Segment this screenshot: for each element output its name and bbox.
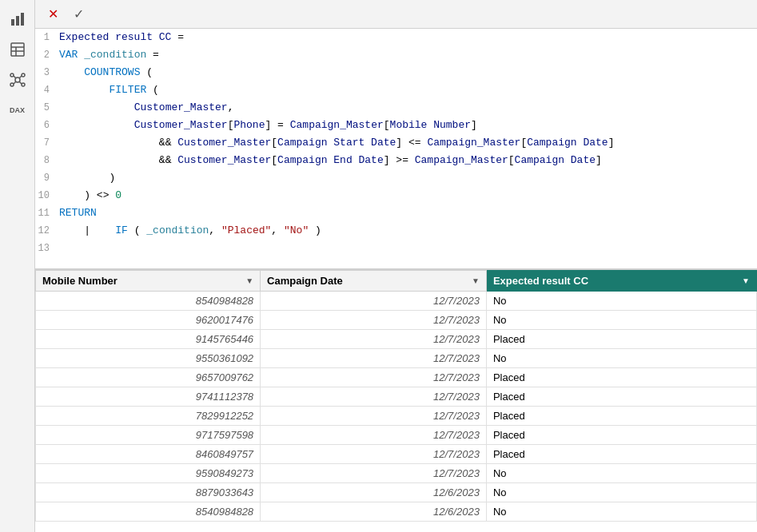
- toolbar: ✕ ✓: [35, 0, 757, 29]
- svg-point-9: [22, 73, 25, 77]
- table-icon[interactable]: [5, 37, 30, 62]
- dax-icon[interactable]: DAX: [5, 97, 30, 123]
- date-cell: 12/7/2023: [261, 426, 487, 445]
- svg-rect-3: [11, 43, 24, 56]
- mobile-cell: 9590849273: [36, 464, 261, 483]
- table-row: 854098482812/6/2023No: [36, 502, 757, 522]
- code-line-6: 6 Customer_Master[Phone] = Campaign_Mast…: [35, 117, 757, 134]
- col-header-result[interactable]: Expected result CC ▼: [486, 271, 756, 292]
- table-row: 846084975712/7/2023Placed: [36, 445, 757, 464]
- result-cell: Placed: [486, 426, 756, 445]
- date-filter-icon[interactable]: ▼: [472, 276, 480, 285]
- result-cell: Placed: [486, 445, 756, 464]
- mobile-cell: 7829912252: [36, 407, 261, 426]
- mobile-cell: 9620017476: [36, 311, 261, 330]
- svg-rect-2: [21, 13, 24, 26]
- table-row: 971759759812/7/2023Placed: [36, 426, 757, 445]
- mobile-cell: 8540984828: [36, 292, 261, 311]
- result-cell: Placed: [486, 368, 756, 387]
- mobile-filter-icon[interactable]: ▼: [245, 276, 253, 285]
- code-line-12: 12 | IF ( _condition, "Placed", "No" ): [35, 222, 757, 240]
- mobile-cell: 8879033643: [36, 483, 261, 502]
- result-cell: No: [486, 502, 756, 522]
- code-line-10: 10 ) <> 0: [35, 187, 757, 204]
- code-editor[interactable]: 1 Expected result CC = 2 VAR _condition …: [35, 29, 757, 268]
- code-line-13: 13: [35, 240, 757, 257]
- svg-line-12: [14, 76, 16, 78]
- data-table-section: Mobile Number ▼ Campaign Date ▼ Expected…: [35, 268, 757, 532]
- code-line-4: 4 FILTER (: [35, 81, 757, 99]
- code-line-2: 2 VAR _condition =: [35, 46, 757, 64]
- date-cell: 12/7/2023: [261, 311, 487, 330]
- col-header-mobile[interactable]: Mobile Number ▼: [36, 271, 261, 292]
- table-row: 914576544612/7/2023Placed: [36, 330, 757, 349]
- table-row: 962001747612/7/2023No: [36, 311, 757, 330]
- model-icon[interactable]: [5, 67, 30, 93]
- col-header-date[interactable]: Campaign Date ▼: [261, 271, 487, 292]
- table-row: 965700976212/7/2023Placed: [36, 368, 757, 387]
- table-row: 887903364312/6/2023No: [36, 483, 757, 502]
- svg-line-13: [19, 76, 22, 78]
- code-line-8: 8 && Customer_Master[Campaign End Date] …: [35, 152, 757, 169]
- code-line-3: 3 COUNTROWS (: [35, 64, 757, 81]
- result-cell: Placed: [486, 330, 756, 349]
- table-row: 959084927312/7/2023No: [36, 464, 757, 483]
- code-line-11: 11 RETURN: [35, 204, 757, 222]
- date-cell: 12/7/2023: [261, 464, 487, 483]
- date-cell: 12/7/2023: [261, 407, 487, 426]
- code-line-7: 7 && Customer_Master[Campaign Start Date…: [35, 134, 757, 152]
- result-cell: No: [486, 483, 756, 502]
- svg-rect-1: [16, 16, 19, 26]
- mobile-cell: 9717597598: [36, 426, 261, 445]
- confirm-button[interactable]: ✓: [67, 3, 90, 26]
- date-cell: 12/7/2023: [261, 292, 487, 311]
- result-filter-icon[interactable]: ▼: [742, 276, 750, 285]
- date-cell: 12/7/2023: [261, 445, 487, 464]
- code-line-9: 9 ): [35, 169, 757, 187]
- sidebar: DAX: [0, 0, 35, 532]
- svg-point-8: [10, 73, 14, 77]
- result-cell: Placed: [486, 387, 756, 407]
- mobile-cell: 8540984828: [36, 502, 261, 522]
- data-table: Mobile Number ▼ Campaign Date ▼ Expected…: [35, 270, 757, 522]
- svg-rect-0: [11, 19, 14, 26]
- result-cell: No: [486, 464, 756, 483]
- table-row: 955036109212/7/2023No: [36, 349, 757, 368]
- code-line-5: 5 Customer_Master,: [35, 99, 757, 117]
- mobile-cell: 8460849757: [36, 445, 261, 464]
- mobile-cell: 9145765446: [36, 330, 261, 349]
- table-body: 854098482812/7/2023No962001747612/7/2023…: [36, 292, 757, 522]
- main-content: ✕ ✓ 1 Expected result CC = 2 VAR _condit…: [35, 0, 757, 532]
- bar-chart-icon[interactable]: [5, 6, 30, 32]
- date-cell: 12/7/2023: [261, 330, 487, 349]
- result-cell: No: [486, 349, 756, 368]
- date-cell: 12/6/2023: [261, 502, 487, 522]
- table-row: 974111237812/7/2023Placed: [36, 387, 757, 407]
- table-header-row: Mobile Number ▼ Campaign Date ▼ Expected…: [36, 271, 757, 292]
- mobile-cell: 9550361092: [36, 349, 261, 368]
- svg-line-14: [14, 81, 16, 84]
- table-row: 782991225212/7/2023Placed: [36, 407, 757, 426]
- date-cell: 12/7/2023: [261, 387, 487, 407]
- code-line-1: 1 Expected result CC =: [35, 29, 757, 46]
- cancel-button[interactable]: ✕: [42, 3, 64, 26]
- mobile-cell: 9741112378: [36, 387, 261, 407]
- date-cell: 12/7/2023: [261, 368, 487, 387]
- result-cell: No: [486, 292, 756, 311]
- svg-point-11: [22, 83, 25, 86]
- svg-line-15: [19, 81, 22, 84]
- table-row: 854098482812/7/2023No: [36, 292, 757, 311]
- mobile-cell: 9657009762: [36, 368, 261, 387]
- result-cell: Placed: [486, 407, 756, 426]
- date-cell: 12/6/2023: [261, 483, 487, 502]
- svg-point-10: [10, 83, 14, 86]
- result-cell: No: [486, 311, 756, 330]
- date-cell: 12/7/2023: [261, 349, 487, 368]
